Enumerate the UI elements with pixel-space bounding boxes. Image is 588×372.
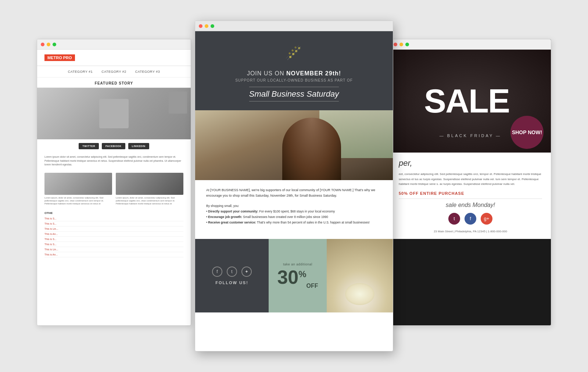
join-us-text: JOIN US ON NOVEMBER 29th! xyxy=(202,70,386,77)
right-card: SALE BLACK FRIDAY SHOP NOW! per, eet, co… xyxy=(390,39,551,326)
follow-us-label: FOLLOW US! xyxy=(215,280,248,285)
sidebar-link-5[interactable]: This is S... xyxy=(44,237,183,242)
percent-off-value: 30%OFF xyxy=(277,268,318,289)
twitter-button[interactable]: TWITTER xyxy=(79,143,99,149)
right-dot-green[interactable] xyxy=(405,43,409,46)
coffee-box-decoration xyxy=(99,99,129,128)
right-lorem-text: eet, consectetur adipiscing elit. Sed pe… xyxy=(399,172,542,187)
left-header: METRO PRO xyxy=(37,50,191,66)
sale-ends-text: sale ends Monday! xyxy=(399,202,542,208)
left-browser-bar xyxy=(37,39,191,50)
center-footer: f t ✦ FOLLOW US! take an additional 30%O… xyxy=(195,239,393,312)
metro-logo[interactable]: METRO PRO xyxy=(44,54,75,61)
sidebar-links: OTHE This is S... This is S... This is L… xyxy=(37,209,191,257)
twitter-icon[interactable]: t xyxy=(227,267,237,277)
sbs-title: Small Business Saturday xyxy=(249,87,339,101)
join-date: NOVEMBER 29th! xyxy=(286,70,341,76)
footer-discount-section: take an additional 30%OFF xyxy=(269,239,327,312)
sidebar-link-8[interactable]: This is An... xyxy=(44,252,183,257)
linkedin-button[interactable]: LINKEDIN xyxy=(128,143,149,149)
bullet-2: • Encourage job growth: Small businesses… xyxy=(206,215,328,219)
center-body: At [YOUR BUSINESS NAME], we're big suppo… xyxy=(195,180,393,239)
bowl-decoration xyxy=(345,283,374,305)
social-icons-row: f t ✦ xyxy=(212,267,252,277)
black-friday-label: BLACK FRIDAY xyxy=(437,133,504,138)
featured-image xyxy=(37,88,191,139)
right-social-row: t f g+ xyxy=(399,213,542,225)
thumb-text-2: Lorem ipsum, dolor sit amet, consectetur… xyxy=(116,196,183,205)
nav-item-2[interactable]: CATEGORY #2 xyxy=(101,70,126,74)
center-header: JOIN US ON NOVEMBER 29th! SUPPORT OUR LO… xyxy=(195,31,393,110)
center-card: JOIN US ON NOVEMBER 29th! SUPPORT OUR LO… xyxy=(195,21,393,351)
right-browser-bar xyxy=(390,39,551,50)
bowl-image xyxy=(327,239,393,312)
right-facebook-icon[interactable]: f xyxy=(465,213,476,225)
footer-social-section: f t ✦ FOLLOW US! xyxy=(195,239,269,312)
nav-item-1[interactable]: CATEGORY #1 xyxy=(68,70,93,74)
facebook-button[interactable]: FACEBOOK xyxy=(102,143,125,149)
left-card: METRO PRO CATEGORY #1 CATEGORY #2 CATEGO… xyxy=(37,39,191,326)
shopping-small-label: By shopping small, you: • Directly suppo… xyxy=(206,203,382,226)
thumb-text-1: Lorem ipsum, dolor sit amet, consectetur… xyxy=(44,196,112,205)
small-image-decoration xyxy=(169,92,187,114)
bullet-3: • Receive great customer service: That's… xyxy=(206,221,370,224)
thumb-block-1: Lorem ipsum, dolor sit amet, consectetur… xyxy=(44,173,112,205)
sidebar-link-2[interactable]: This is S... xyxy=(44,221,183,226)
scene: METRO PRO CATEGORY #1 CATEGORY #2 CATEGO… xyxy=(37,21,551,351)
footer-image-section xyxy=(327,239,393,312)
sale-text: SALE xyxy=(424,87,509,115)
left-lorem-text: Lorem ipsum dolor sit amet, consectetur … xyxy=(37,153,191,169)
cafe-person xyxy=(282,118,341,180)
svg-line-8 xyxy=(286,45,299,58)
thumb-block-2: Lorem ipsum, dolor sit amet, consectetur… xyxy=(116,173,183,205)
facebook-icon[interactable]: f xyxy=(212,267,222,277)
left-nav: CATEGORY #1 CATEGORY #2 CATEGORY #3 xyxy=(37,66,191,78)
right-dot-yellow[interactable] xyxy=(399,43,403,46)
right-footer-address: 23 Main Street | Philadelphia, PA 12345 … xyxy=(399,230,542,233)
sidebar-link-7[interactable]: This is Lin... xyxy=(44,247,183,252)
browser-dot-red[interactable] xyxy=(41,43,44,46)
right-offer-text: 50% OFF ENTIRE PURCHASE xyxy=(399,191,542,199)
thumb-image-2 xyxy=(116,173,183,195)
featured-title: FEATURED STORY xyxy=(37,78,191,88)
sidebar-link-3[interactable]: This is Lin... xyxy=(44,226,183,232)
browser-dot-yellow[interactable] xyxy=(47,43,50,46)
center-dot-green[interactable] xyxy=(211,24,214,28)
thumb-image-1 xyxy=(44,173,112,195)
sidebar-link-1[interactable]: This is S... xyxy=(44,216,183,221)
right-body: per, eet, consectetur adipiscing elit. S… xyxy=(390,153,551,239)
bullet-1: • Directly support your community: For e… xyxy=(206,210,335,213)
take-additional-label: take an additional xyxy=(283,262,312,266)
sidebar-other-label: OTHE xyxy=(44,209,183,216)
nav-item-3[interactable]: CATEGORY #3 xyxy=(135,70,160,74)
center-logo-icon xyxy=(283,42,305,64)
shop-now-badge[interactable]: SHOP NOW! xyxy=(510,116,544,149)
center-browser-bar xyxy=(195,21,393,31)
center-intro: At [YOUR BUSINESS NAME], we're big suppo… xyxy=(206,187,382,199)
right-googleplus-icon[interactable]: g+ xyxy=(481,213,492,225)
center-dot-yellow[interactable] xyxy=(205,24,208,28)
social-buttons-row: TWITTER FACEBOOK LINKEDIN xyxy=(37,139,191,153)
browser-dot-green[interactable] xyxy=(53,43,56,46)
sidebar-link-6[interactable]: This is S... xyxy=(44,242,183,247)
right-hero: SALE BLACK FRIDAY SHOP NOW! xyxy=(390,50,551,153)
right-twitter-icon[interactable]: t xyxy=(448,213,460,225)
right-greeting: per, xyxy=(399,158,542,168)
center-dot-red[interactable] xyxy=(199,24,202,28)
thumbnail-columns: Lorem ipsum, dolor sit amet, consectetur… xyxy=(37,169,191,209)
instagram-icon[interactable]: ✦ xyxy=(241,267,252,277)
right-dot-red[interactable] xyxy=(394,43,397,46)
sidebar-link-4[interactable]: This is An... xyxy=(44,232,183,237)
cafe-image xyxy=(195,110,393,180)
support-text: SUPPORT OUR LOCALLY-OWNED BUSINESS AS PA… xyxy=(202,78,386,82)
